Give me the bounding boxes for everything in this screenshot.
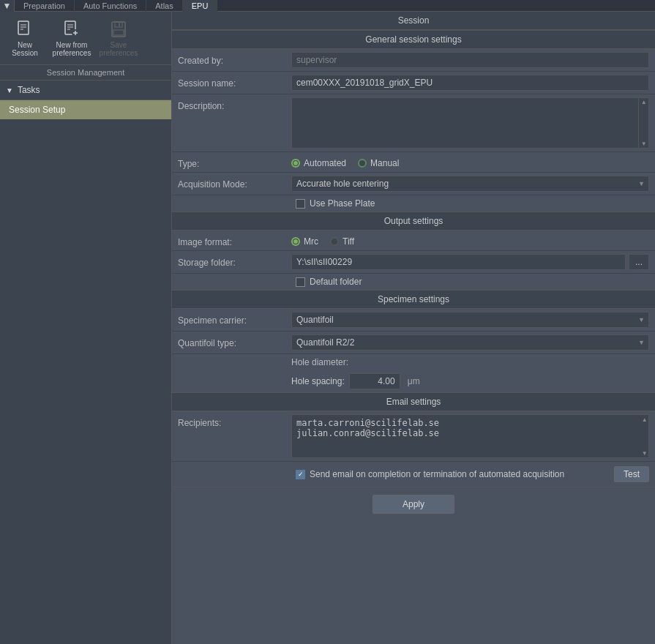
image-format-mrc-label: Mrc	[304, 236, 318, 247]
recipients-scroll-up[interactable]: ▲	[640, 415, 648, 424]
recipients-row: Recipients: marta.carroni@scilifelab.se …	[172, 411, 655, 462]
send-email-checkbox[interactable]	[296, 470, 305, 479]
output-settings-section: Image format: Mrc Tiff	[172, 231, 655, 290]
save-preferences-label: Save preferences	[98, 41, 139, 57]
quantifoil-type-wrapper: Quantifoil R2/2	[291, 334, 649, 351]
type-manual-option[interactable]: Manual	[358, 158, 399, 168]
new-session-label: New Session	[4, 41, 45, 57]
specimen-settings-section: Specimen carrier: Quantifoil Quantifoil …	[172, 309, 655, 392]
default-folder-checkbox[interactable]	[296, 277, 305, 287]
tab-auto-functions[interactable]: Auto Functions	[75, 0, 146, 12]
specimen-carrier-wrapper: Quantifoil	[291, 312, 649, 328]
use-phase-plate-checkbox[interactable]	[296, 199, 305, 209]
session-name-label: Session name:	[178, 75, 291, 89]
save-preferences-icon	[108, 19, 129, 40]
recipients-scroll-down[interactable]: ▼	[640, 449, 648, 457]
quantifoil-type-row: Quantifoil type: Quantifoil R2/2	[172, 332, 655, 354]
hole-diameter-label: Hole diameter:	[178, 357, 649, 367]
quantifoil-type-label: Quantifoil type:	[178, 334, 291, 348]
new-from-preferences-button[interactable]: New from preferences	[50, 16, 94, 60]
email-settings-title: Email settings	[172, 392, 655, 411]
specimen-carrier-row: Specimen carrier: Quantifoil	[172, 309, 655, 332]
new-session-icon	[15, 19, 35, 40]
quantifoil-type-select[interactable]: Quantifoil R2/2	[291, 334, 649, 351]
image-format-label: Image format:	[178, 233, 291, 247]
sidebar-item-session-setup[interactable]: Session Setup	[0, 100, 171, 119]
svg-rect-12	[115, 22, 122, 27]
recipients-value: marta.carroni@scilifelab.se julian.conra…	[291, 414, 649, 458]
type-label: Type:	[178, 155, 291, 169]
hole-spacing-unit: μm	[408, 376, 420, 386]
type-value: Automated Manual	[291, 155, 649, 168]
svg-rect-13	[113, 30, 124, 35]
send-email-label: Send email on completion or termination …	[310, 469, 564, 479]
storage-folder-value: ...	[291, 254, 649, 270]
test-button[interactable]: Test	[614, 466, 649, 482]
storage-folder-row: Storage folder: ...	[172, 251, 655, 274]
general-settings-section: Created by: Session name: Description:	[172, 49, 655, 211]
created-by-input	[291, 52, 649, 68]
nav-dropdown-arrow[interactable]: ▼	[0, 0, 15, 12]
type-manual-radio[interactable]	[358, 159, 367, 168]
hole-diameter-row: Hole diameter:	[172, 354, 655, 370]
session-name-value	[291, 75, 649, 91]
recipients-textarea[interactable]: marta.carroni@scilifelab.se julian.conra…	[291, 414, 640, 458]
apply-button[interactable]: Apply	[373, 495, 454, 514]
use-phase-plate-row: Use Phase Plate	[172, 195, 655, 211]
image-format-tiff-option[interactable]: Tiff	[330, 236, 354, 247]
save-preferences-button[interactable]: Save preferences	[97, 16, 141, 60]
description-label: Description:	[178, 97, 291, 111]
recipients-label: Recipients:	[178, 414, 291, 428]
description-wrapper: ▲ ▼	[291, 97, 649, 149]
image-format-tiff-label: Tiff	[343, 236, 354, 247]
type-automated-option[interactable]: Automated	[291, 158, 346, 168]
new-from-preferences-icon	[61, 19, 82, 40]
tasks-label: Tasks	[18, 85, 40, 95]
tab-preparation[interactable]: Preparation	[15, 0, 75, 12]
use-phase-plate-label: Use Phase Plate	[310, 198, 375, 209]
image-format-row: Image format: Mrc Tiff	[172, 231, 655, 251]
output-settings-title: Output settings	[172, 211, 655, 231]
session-title: Session	[172, 12, 655, 30]
new-session-button[interactable]: New Session	[3, 16, 47, 60]
toolbar: New Session New from preferences	[0, 12, 171, 65]
image-format-mrc-radio[interactable]	[291, 237, 300, 246]
storage-folder-input[interactable]	[291, 254, 626, 270]
new-from-preferences-label: New from preferences	[51, 41, 92, 57]
type-radio-group: Automated Manual	[291, 155, 649, 168]
specimen-carrier-label: Specimen carrier:	[178, 312, 291, 326]
tab-epu[interactable]: EPU	[183, 0, 218, 12]
browse-button[interactable]: ...	[629, 254, 649, 270]
tasks-header[interactable]: ▼ Tasks	[0, 80, 171, 100]
desc-scroll-up-icon[interactable]: ▲	[639, 98, 648, 106]
default-folder-row: Default folder	[172, 274, 655, 290]
desc-scroll-down-icon[interactable]: ▼	[639, 140, 648, 148]
type-manual-label: Manual	[370, 158, 399, 168]
acquisition-mode-label: Acquisition Mode:	[178, 176, 291, 190]
created-by-row: Created by:	[172, 49, 655, 72]
specimen-carrier-select[interactable]: Quantifoil	[291, 312, 649, 328]
type-automated-radio[interactable]	[291, 159, 300, 168]
image-format-tiff-radio[interactable]	[330, 237, 339, 246]
recipients-scrollbar: ▲ ▼	[640, 414, 649, 458]
acquisition-mode-select[interactable]: Accurate hole centering	[291, 176, 649, 192]
sidebar: New Session New from preferences	[0, 12, 172, 644]
description-textarea[interactable]	[291, 97, 639, 149]
main-content: Session General session settings Created…	[172, 12, 655, 644]
image-format-mrc-option[interactable]: Mrc	[291, 236, 318, 247]
type-automated-label: Automated	[304, 158, 346, 168]
tab-atlas[interactable]: Atlas	[146, 0, 182, 12]
created-by-value	[291, 52, 649, 68]
tasks-chevron-icon: ▼	[6, 86, 13, 94]
send-email-row: Send email on completion or termination …	[172, 462, 655, 487]
acquisition-mode-wrapper: Accurate hole centering	[291, 176, 649, 192]
image-format-radio-group: Mrc Tiff	[291, 233, 649, 247]
hole-spacing-input[interactable]	[349, 373, 400, 389]
top-nav: ▼ Preparation Auto Functions Atlas EPU	[0, 0, 655, 12]
session-name-input[interactable]	[291, 75, 649, 91]
hole-spacing-row: Hole spacing: μm	[172, 370, 655, 392]
general-settings-title: General session settings	[172, 30, 655, 49]
session-name-row: Session name:	[172, 72, 655, 94]
description-row: Description: ▲ ▼	[172, 94, 655, 152]
specimen-settings-title: Specimen settings	[172, 290, 655, 309]
